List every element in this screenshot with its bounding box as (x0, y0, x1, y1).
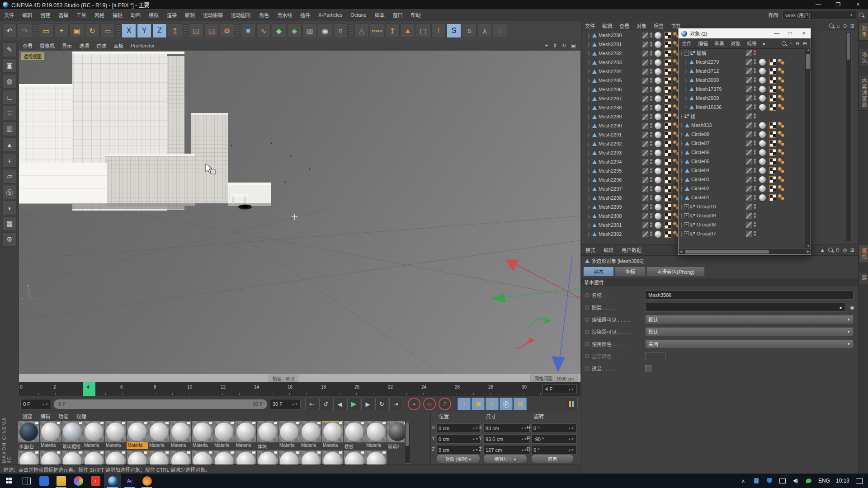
fcurve-icon[interactable]: f (431, 23, 446, 38)
minimize-button[interactable]: — (808, 0, 828, 9)
texture-tag-icon[interactable] (665, 150, 671, 156)
task-view-button[interactable] (18, 474, 35, 488)
texture-tag-icon[interactable] (769, 68, 776, 75)
coords-field-Y1[interactable]: 0 cm▲▼ (436, 434, 481, 444)
coords-field-P1[interactable]: -90 °▲▼ (531, 434, 576, 444)
points-mode-icon[interactable]: ∷ (2, 106, 17, 120)
coords-apply-button[interactable]: 应用 (531, 454, 574, 463)
start-button[interactable] (0, 474, 18, 488)
attr-arrow-icon[interactable]: ▲ (820, 247, 825, 253)
visibility-dots[interactable] (754, 158, 756, 164)
object-row-Mesh2909[interactable]: ├Mesh2909 (679, 94, 804, 103)
spinner-arrows[interactable]: ▲▼ (568, 427, 574, 430)
uvw-tag-icon[interactable] (778, 158, 788, 165)
texture-tag-icon[interactable] (769, 149, 776, 156)
attr-lock-icon[interactable]: ⊓ (836, 247, 840, 253)
material-tag-icon[interactable] (655, 168, 661, 174)
layer-toggle-icon[interactable] (745, 212, 752, 219)
visibility-dots[interactable] (650, 168, 653, 174)
texture-tag-icon[interactable] (769, 59, 776, 66)
snap-triangle-icon[interactable]: △ (354, 23, 369, 38)
uvw-tag-icon[interactable] (778, 185, 788, 192)
next-frame-button[interactable]: ▶ (361, 398, 374, 410)
notification-icon[interactable] (855, 478, 863, 484)
render-view-icon[interactable]: ▤ (189, 23, 203, 38)
edges-mode-icon[interactable]: ▥ (2, 122, 17, 136)
layer-toggle-icon[interactable] (745, 122, 752, 129)
menu-item-面板[interactable]: 面板 (110, 42, 127, 49)
layer-toggle-icon[interactable] (745, 167, 752, 174)
material-tile[interactable]: 水面(自 (18, 421, 39, 449)
layer-toggle-icon[interactable] (642, 222, 649, 229)
timeline-range-slider[interactable]: 0 F30 F (54, 399, 267, 409)
material-scrollbar[interactable] (405, 421, 411, 464)
layer-toggle-icon[interactable] (642, 213, 649, 220)
lock-z-icon[interactable]: Z (152, 23, 167, 38)
visibility-dots[interactable] (650, 50, 653, 56)
clock[interactable]: 10:13 (836, 478, 849, 484)
object-row-Group10[interactable]: ├+L⁰Group10 (679, 202, 804, 211)
texture-tag-icon[interactable] (769, 131, 776, 138)
material-tag-icon[interactable] (655, 68, 661, 75)
material-tag-icon[interactable] (759, 167, 766, 174)
attr-select-渲染器可见[interactable]: 默认▼ (645, 327, 854, 336)
expand-icon[interactable]: + (684, 222, 689, 227)
menu-item-渲染[interactable]: 渲染 (163, 11, 181, 19)
menu-item-编辑[interactable]: 编辑 (18, 11, 36, 19)
floating-close-button[interactable]: × (797, 30, 811, 37)
texture-tag-icon[interactable] (769, 185, 776, 192)
visibility-dots[interactable] (754, 86, 756, 92)
menu-item-标签[interactable]: 标签 (744, 40, 760, 47)
layer-toggle-icon[interactable] (642, 168, 649, 174)
prev-frame-button[interactable]: ◀ (333, 398, 346, 410)
layer-toggle-icon[interactable] (745, 77, 752, 84)
material-tile[interactable]: Materia (83, 421, 104, 449)
attr-layer-field[interactable]: ▸ (645, 303, 845, 312)
material-tag-icon[interactable] (759, 68, 766, 75)
visibility-dots[interactable] (650, 177, 653, 183)
material-tile[interactable] (61, 450, 83, 464)
menu-item-Octane[interactable]: Octane (346, 12, 370, 18)
rotate-tool-icon[interactable]: ↻ (85, 23, 99, 38)
layer-toggle-icon[interactable] (642, 59, 649, 66)
menu-item-▸[interactable]: ▸ (760, 41, 769, 47)
menu-item-编辑[interactable]: 编辑 (599, 246, 618, 253)
visibility-dots[interactable] (754, 185, 756, 192)
psr-icon[interactable]: PSR 0 (370, 23, 384, 38)
attr-select-使用颜色 ..[interactable]: 关闭▼ (645, 339, 854, 348)
material-tag-icon[interactable] (655, 95, 661, 102)
keyframe-dot[interactable] (585, 293, 589, 297)
layer-toggle-icon[interactable] (642, 41, 649, 48)
primitive-cube-icon[interactable]: ■ (241, 23, 255, 38)
attr-search-icon[interactable] (828, 248, 833, 252)
material-tile[interactable]: 楼板 (344, 421, 365, 449)
autokey-button[interactable]: ◎ (423, 398, 436, 410)
workplane-icon[interactable]: ∟ (2, 90, 17, 104)
menu-item-捕捉[interactable]: 捕捉 (108, 11, 127, 19)
side-tab-对象[interactable]: 对象 (859, 23, 868, 41)
material-tile[interactable] (278, 450, 300, 464)
key-rotation-toggle[interactable]: ↻ (486, 398, 499, 410)
solo-view-icon[interactable]: Ⓢ (2, 185, 17, 199)
menu-item-对象[interactable]: 对象 (727, 40, 744, 47)
spinner-arrows[interactable]: ▲▼ (521, 448, 527, 451)
visibility-dots[interactable] (754, 176, 756, 183)
coords-field-Z2[interactable]: 0 cm▲▼ (436, 445, 481, 455)
make-editable-icon[interactable]: ✎ (2, 42, 17, 57)
object-row-Group09[interactable]: ├+L⁰Group09 (679, 211, 804, 220)
layer-toggle-icon[interactable] (642, 95, 649, 102)
material-tile[interactable] (192, 450, 213, 464)
visibility-dots[interactable] (650, 195, 653, 201)
menu-item-选项[interactable]: 选项 (75, 42, 93, 49)
scale-tool-icon[interactable]: ▣ (70, 23, 84, 38)
material-tile[interactable] (148, 450, 170, 464)
layer-toggle-icon[interactable] (642, 186, 649, 192)
texture-tag-icon[interactable] (769, 122, 776, 129)
taskbar-app-photos[interactable] (70, 474, 87, 488)
menu-item-运动图形[interactable]: 运动图形 (227, 11, 255, 19)
visibility-dots[interactable] (650, 41, 653, 47)
xray-checkbox[interactable] (645, 365, 651, 371)
layer-toggle-icon[interactable] (745, 149, 752, 156)
visibility-dots[interactable] (650, 77, 653, 84)
texture-tag-icon[interactable] (665, 195, 671, 202)
